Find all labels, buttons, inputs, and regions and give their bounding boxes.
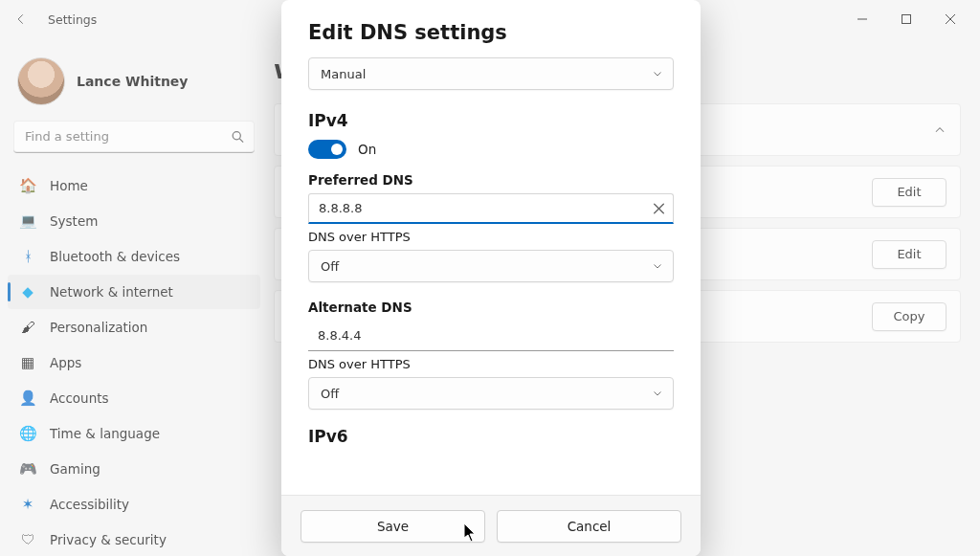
sidebar-item-gaming[interactable]: 🎮Gaming (8, 452, 260, 486)
dns-mode-select[interactable]: Manual (308, 57, 674, 90)
window-title: Settings (48, 12, 97, 27)
sidebar-item-privacy[interactable]: 🛡Privacy & security (8, 523, 260, 556)
sidebar-item-label: Accessibility (50, 497, 129, 512)
doh2-select[interactable]: Off (308, 377, 674, 410)
privacy-icon: 🛡 (19, 531, 36, 548)
nav: 🏠Home 💻System ᚼBluetooth & devices ◆Netw… (8, 168, 260, 556)
maximize-button[interactable] (884, 4, 928, 34)
ipv4-toggle-label: On (358, 142, 376, 157)
accounts-icon: 👤 (19, 389, 36, 407)
time-icon: 🌐 (19, 425, 36, 442)
sidebar-item-system[interactable]: 💻System (8, 204, 260, 238)
dns-settings-dialog: Edit DNS settings Manual IPv4 On Preferr… (281, 0, 701, 556)
personalization-icon: 🖌 (19, 319, 36, 336)
ipv6-heading: IPv6 (308, 427, 674, 446)
sidebar-item-accounts[interactable]: 👤Accounts (8, 381, 260, 415)
home-icon: 🏠 (19, 177, 36, 194)
network-icon: ◆ (19, 283, 36, 300)
edit-button[interactable]: Edit (872, 178, 947, 207)
sidebar-item-time[interactable]: 🌐Time & language (8, 416, 260, 451)
save-button[interactable]: Save (301, 510, 485, 543)
svg-point-4 (233, 132, 240, 140)
sidebar-item-personalization[interactable]: 🖌Personalization (8, 310, 260, 345)
cancel-button[interactable]: Cancel (497, 510, 681, 543)
select-value: Off (321, 387, 339, 401)
accessibility-icon: ✶ (19, 496, 36, 513)
edit-button[interactable]: Edit (872, 240, 947, 269)
dialog-title: Edit DNS settings (308, 21, 674, 44)
ipv4-heading: IPv4 (308, 111, 674, 130)
doh-select[interactable]: Off (308, 250, 674, 282)
avatar (17, 57, 65, 105)
preferred-dns-input[interactable] (308, 193, 674, 224)
chevron-down-icon (652, 260, 663, 272)
sidebar-item-label: System (50, 213, 98, 229)
doh-label: DNS over HTTPS (308, 230, 674, 244)
close-button[interactable] (928, 4, 972, 34)
sidebar: Lance Whitney 🏠Home 💻System ᚼBluetooth &… (0, 38, 268, 556)
preferred-dns-label: Preferred DNS (308, 172, 674, 188)
sidebar-item-label: Gaming (50, 461, 100, 477)
sidebar-item-label: Personalization (50, 320, 147, 335)
apps-icon: ▦ (19, 354, 36, 371)
chevron-up-icon (933, 123, 947, 137)
dialog-footer: Save Cancel (281, 495, 701, 556)
sidebar-item-label: Accounts (50, 390, 109, 406)
sidebar-item-bluetooth[interactable]: ᚼBluetooth & devices (8, 239, 260, 274)
sidebar-item-accessibility[interactable]: ✶Accessibility (8, 487, 260, 522)
minimize-button[interactable] (840, 4, 884, 34)
ipv4-toggle[interactable] (308, 140, 346, 159)
sidebar-item-home[interactable]: 🏠Home (8, 168, 260, 203)
back-button[interactable] (8, 6, 34, 33)
sidebar-item-label: Apps (50, 355, 81, 370)
copy-button[interactable]: Copy (872, 302, 947, 331)
alternate-dns-label: Alternate DNS (308, 300, 674, 315)
bluetooth-icon: ᚼ (19, 248, 36, 265)
svg-rect-1 (902, 15, 911, 24)
user-name: Lance Whitney (77, 74, 189, 89)
select-value: Off (321, 259, 339, 274)
sidebar-item-label: Home (50, 178, 88, 193)
sidebar-item-label: Time & language (50, 426, 160, 441)
sidebar-item-label: Privacy & security (50, 532, 167, 547)
system-icon: 💻 (19, 212, 36, 230)
alternate-dns-input[interactable] (308, 321, 674, 351)
chevron-down-icon (652, 68, 663, 79)
doh2-label: DNS over HTTPS (308, 357, 674, 371)
sidebar-item-label: Network & internet (50, 284, 173, 300)
chevron-down-icon (652, 388, 663, 399)
clear-input-button[interactable] (654, 204, 664, 214)
sidebar-item-network[interactable]: ◆Network & internet (8, 275, 260, 309)
sidebar-item-label: Bluetooth & devices (50, 249, 180, 264)
svg-line-5 (239, 139, 243, 143)
search-input[interactable] (13, 121, 255, 153)
gaming-icon: 🎮 (19, 460, 36, 478)
select-value: Manual (321, 67, 366, 81)
user-block[interactable]: Lance Whitney (8, 50, 260, 121)
sidebar-item-apps[interactable]: ▦Apps (8, 345, 260, 380)
search-icon (231, 130, 245, 145)
